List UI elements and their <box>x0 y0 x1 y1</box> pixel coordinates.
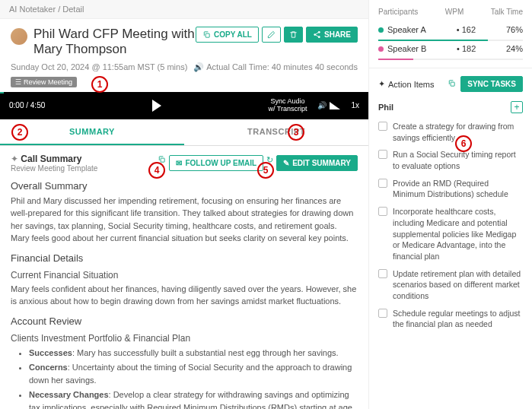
overall-summary-text: Phil and Mary discussed her impending re… <box>11 195 358 245</box>
task-item: Update retirement plan with detailed sce… <box>378 265 523 305</box>
meeting-date: Sunday Oct 20, 2024 @ 11:55am MST (5 min… <box>11 62 187 71</box>
speaker-row: Speaker A • 16276% <box>378 22 523 37</box>
edit-button[interactable] <box>262 27 281 43</box>
svg-point-3 <box>318 36 320 38</box>
sync-tasks-button[interactable]: SYNC TASKS <box>460 76 523 92</box>
list-item: Necessary Changes: Develop a clear strat… <box>29 388 358 409</box>
task-group-name: Phil <box>378 103 393 112</box>
action-items-title: Action Items <box>388 80 435 89</box>
task-checkbox[interactable] <box>378 207 387 216</box>
svg-rect-5 <box>451 82 454 86</box>
participants-title: Participants <box>378 8 418 16</box>
copy-summary-icon[interactable] <box>158 155 166 171</box>
sync-audio-label[interactable]: Sync Audio w/ Transcript <box>268 98 307 113</box>
sound-icon[interactable]: 🔊 <box>193 62 204 72</box>
refresh-icon[interactable]: ↻ <box>266 155 273 171</box>
svg-point-1 <box>318 31 320 33</box>
player-position: 0:00 / 4:50 <box>9 101 45 109</box>
wpm-header: WPM <box>445 8 464 16</box>
follow-up-email-button[interactable]: ✉ FOLLOW UP EMAIL <box>169 155 263 171</box>
task-checkbox[interactable] <box>378 269 387 278</box>
task-item: Schedule regular meetings to adjust the … <box>378 305 523 333</box>
delete-button[interactable] <box>284 27 303 43</box>
financial-details-heading: Financial Details <box>11 252 358 264</box>
speaker-row: Speaker B • 18224% <box>378 41 523 56</box>
task-checkbox[interactable] <box>378 179 387 188</box>
overall-summary-heading: Overall Summary <box>11 180 358 192</box>
task-checkbox[interactable] <box>378 150 387 159</box>
task-item: Incorporate healthcare costs, including … <box>378 203 523 265</box>
call-summary-title: Call Summary Review Meeting Template <box>11 154 97 173</box>
playback-speed[interactable]: 1x <box>351 101 359 109</box>
svg-rect-4 <box>161 158 165 162</box>
add-task-button[interactable]: + <box>511 101 523 113</box>
review-meeting-badge: ☰ Review Meeting <box>11 77 77 87</box>
edit-summary-button[interactable]: ✎ EDIT SUMMARY <box>276 155 358 171</box>
copy-all-button[interactable]: COPY ALL <box>196 27 259 43</box>
tab-transcript[interactable]: TRANSCRIPT <box>184 119 368 145</box>
actual-call-time: Actual Call Time: 40 minutes 40 seconds <box>206 62 358 72</box>
page-title: Phil Ward CFP Meeting with Mary Thompson <box>33 27 196 58</box>
list-item: Successes: Mary has successfully built a… <box>29 347 358 360</box>
talktime-header: Talk Time <box>491 8 523 16</box>
account-review-heading: Account Review <box>11 315 358 327</box>
breadcrumb: AI Notetaker / Detail <box>0 0 368 19</box>
task-checkbox[interactable] <box>378 309 387 318</box>
audio-player[interactable]: 0:00 / 4:50 Sync Audio w/ Transcript 🔊 1… <box>0 92 368 119</box>
play-icon[interactable] <box>152 100 161 112</box>
current-situation-heading: Current Financial Situation <box>11 270 358 281</box>
svg-point-2 <box>314 33 316 36</box>
copy-tasks-icon[interactable] <box>448 79 456 89</box>
avatar <box>11 28 27 45</box>
volume-slider[interactable] <box>330 102 340 109</box>
current-situation-text: Mary feels confident about her finances,… <box>11 283 358 308</box>
portfolio-heading: Clients Investment Portfolio & Financial… <box>11 333 358 344</box>
list-item: Concerns: Uncertainty about the timing o… <box>29 361 358 386</box>
svg-rect-0 <box>205 33 209 37</box>
tab-summary[interactable]: SUMMARY <box>0 119 184 145</box>
share-button[interactable]: SHARE <box>306 27 358 43</box>
task-item: Create a strategy for drawing from savin… <box>378 118 523 146</box>
volume-icon[interactable]: 🔊 <box>317 101 327 109</box>
task-checkbox[interactable] <box>378 122 387 131</box>
task-item: Provide an RMD (Required Minimum Distrib… <box>378 175 523 203</box>
task-item: Run a Social Security timing report to e… <box>378 146 523 174</box>
